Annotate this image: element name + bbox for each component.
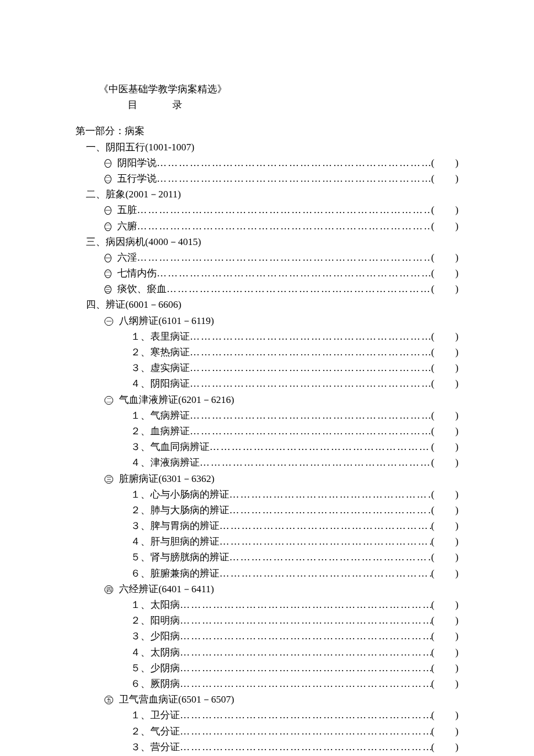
- toc-entry: ４、津液病辨证…………………………………………………………………………………………: [75, 455, 459, 470]
- circled-num-icon: 二: [104, 222, 111, 231]
- toc-entry: ４、肝与胆病的辨证……………………………………………………………………………………: [75, 534, 459, 549]
- subsection-heading: 五卫气营血病证(6501－6507): [75, 692, 459, 707]
- circled-num-icon: 二: [104, 175, 111, 183]
- section-heading: 二、脏象(2001－2011): [75, 186, 459, 202]
- toc-heading: 目录: [75, 97, 459, 113]
- toc-entry: ３、气血同病辨证………………………………………………………………………………………: [75, 439, 459, 455]
- toc-entry: 一五脏……………………………………………………………………………………………………: [75, 202, 459, 218]
- section-heading: 四、辨证(6001－6606): [75, 297, 459, 312]
- toc-entry: 三痰饮、瘀血……………………………………………………………………………………………: [75, 281, 459, 297]
- toc-entry: ４、阴阳病证……………………………………………………………………………………………: [75, 376, 459, 391]
- toc-entry: ５、肾与膀胱病的辨证…………………………………………………………………………………: [75, 549, 459, 565]
- toc-entry: １、太阳病………………………………………………………………………………………………: [75, 597, 459, 613]
- toc-entry: ３、虚实病证……………………………………………………………………………………………: [75, 360, 459, 376]
- toc-entry: 一阴阳学说………………………………………………………………………………………………: [75, 155, 459, 171]
- toc-entry: ２、阳明病………………………………………………………………………………………………: [75, 613, 459, 628]
- toc-entry: ４、太阴病………………………………………………………………………………………………: [75, 645, 459, 660]
- toc-entry: １、表里病证……………………………………………………………………………………………: [75, 329, 459, 344]
- circled-num-icon: 一: [104, 317, 113, 326]
- toc-entry: ２、气分证………………………………………………………………………………………………: [75, 723, 459, 739]
- subsection-heading: 二气血津液辨证(6201－6216): [75, 392, 459, 408]
- circled-num-icon: 一: [104, 159, 111, 168]
- subsection-heading: 一八纲辨证(6101－6119): [75, 313, 459, 329]
- subsection-heading: 四六经辨证(6401－6411): [75, 581, 459, 597]
- toc-entry: １、心与小肠病的辨证…………………………………………………………………………………: [75, 487, 459, 502]
- circled-num-icon: 三: [104, 285, 111, 294]
- toc-entry: ３、营分证………………………………………………………………………………………………: [75, 739, 459, 755]
- toc-entry: 二六腑……………………………………………………………………………………………………: [75, 218, 459, 234]
- book-title: 《中医基础学教学病案精选》: [75, 81, 459, 97]
- toc-entry: 二七情内伤………………………………………………………………………………………………: [75, 265, 459, 281]
- circled-num-icon: 一: [104, 206, 111, 215]
- toc-entry: ６、脏腑兼病的辨证……………………………………………………………………………………: [75, 566, 459, 581]
- subsection-heading: 三脏腑病证(6301－6362): [75, 471, 459, 487]
- toc-entry: ２、血病辨证……………………………………………………………………………………………: [75, 423, 459, 439]
- toc-entry: ３、脾与胃病的辨证……………………………………………………………………………………: [75, 518, 459, 534]
- toc-entry: １、卫分证………………………………………………………………………………………………: [75, 707, 459, 723]
- section-heading: 三、病因病机(4000－4015): [75, 234, 459, 250]
- circled-num-icon: 一: [104, 254, 111, 262]
- circled-num-icon: 二: [104, 396, 113, 405]
- part-heading: 第一部分：病案: [75, 123, 459, 139]
- circled-num-icon: 五: [104, 696, 113, 704]
- toc-entry: 二五行学说………………………………………………………………………………………………: [75, 171, 459, 186]
- toc-entry: ３、少阳病………………………………………………………………………………………………: [75, 628, 459, 644]
- toc-entry: ６、厥阴病………………………………………………………………………………………………: [75, 676, 459, 692]
- section-heading: 一、阴阳五行(1001-1007): [75, 139, 459, 155]
- circled-num-icon: 二: [104, 269, 111, 278]
- toc-entry: ５、少阴病………………………………………………………………………………………………: [75, 660, 459, 676]
- toc-entry: １、气病辨证……………………………………………………………………………………………: [75, 408, 459, 423]
- circled-num-icon: 四: [104, 585, 113, 594]
- toc-entry: ２、寒热病证……………………………………………………………………………………………: [75, 344, 459, 360]
- toc-entry: ２、肺与大肠病的辨证…………………………………………………………………………………: [75, 502, 459, 518]
- toc-entry: 一六淫……………………………………………………………………………………………………: [75, 250, 459, 265]
- circled-num-icon: 三: [104, 475, 113, 484]
